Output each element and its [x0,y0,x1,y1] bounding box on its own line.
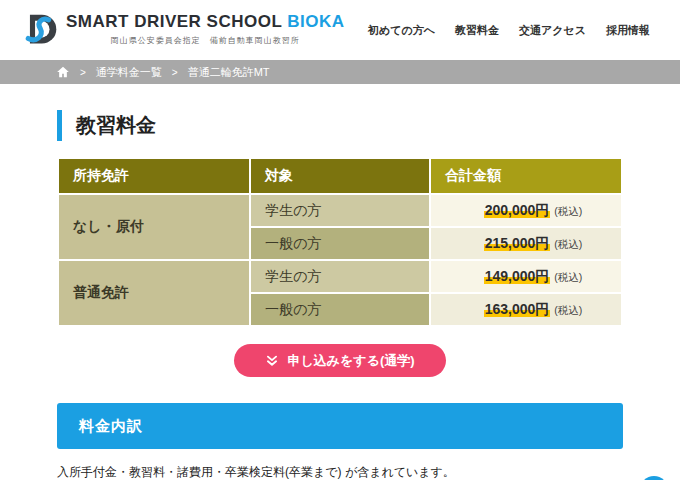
price-cell: 163,000円(税込) [431,294,621,325]
table-row: なし・原付 学生の方 200,000円(税込) [59,195,621,226]
price-value: 200,000円 [484,202,551,218]
breakdown-banner: 料金内訳 [57,403,623,449]
apply-button-wrap: 申し込みをする(通学) [57,344,623,377]
breakdown-title: 料金内訳 [79,417,143,436]
target-cell: 一般の方 [251,294,429,325]
main-nav: 初めての方へ 教習料金 交通アクセス 採用情報 [368,23,650,38]
table-row: 普通免許 学生の方 149,000円(税込) [59,261,621,292]
breadcrumb-separator: > [172,67,178,78]
breadcrumb-item-current: 普通二輪免許MT [188,65,270,80]
license-cell-regular: 普通免許 [59,261,249,325]
nav-item-pricing[interactable]: 教習料金 [455,23,499,38]
pricing-table: 所持免許 対象 合計金額 なし・原付 学生の方 200,000円(税込) 一般の… [57,157,623,327]
home-icon [56,65,70,79]
logo[interactable]: SMART DRIVER SCHOOL BIOKA 岡山県公安委員会指定 備前自… [24,12,345,48]
license-cell-none-moped: なし・原付 [59,195,249,259]
column-header-target: 対象 [251,159,429,193]
price-value: 215,000円 [484,235,551,251]
logo-title-main: SMART DRIVER SCHOOL [66,12,282,31]
price-value: 149,000円 [484,268,551,284]
logo-text: SMART DRIVER SCHOOL BIOKA 岡山県公安委員会指定 備前自… [66,12,345,46]
logo-title: SMART DRIVER SCHOOL BIOKA [66,12,345,32]
target-cell: 一般の方 [251,228,429,259]
price-cell: 200,000円(税込) [431,195,621,226]
breadcrumb-home-link[interactable] [56,65,70,79]
breakdown-note: 入所手付金・教習料・諸費用・卒業検定料(卒業まで) が含まれています。 [57,464,623,480]
tax-note: (税込) [554,238,582,250]
price-value: 163,000円 [484,301,551,317]
tax-note: (税込) [554,205,582,217]
breadcrumb-item-tsugaku[interactable]: 通学料金一覧 [96,65,162,80]
nav-item-access[interactable]: 交通アクセス [519,23,586,38]
nav-item-recruit[interactable]: 採用情報 [606,23,650,38]
target-cell: 学生の方 [251,261,429,292]
price-cell: 149,000円(税込) [431,261,621,292]
breadcrumb-separator: > [80,67,86,78]
target-cell: 学生の方 [251,195,429,226]
price-cell: 215,000円(税込) [431,228,621,259]
logo-d-icon [24,12,58,48]
breadcrumb: > 通学料金一覧 > 普通二輪免許MT [0,60,680,84]
column-header-total: 合計金額 [431,159,621,193]
page-title: 教習料金 [57,110,623,141]
apply-button[interactable]: 申し込みをする(通学) [234,344,446,377]
main-content: 教習料金 所持免許 対象 合計金額 なし・原付 学生の方 200,000円(税込… [0,84,680,480]
site-header: SMART DRIVER SCHOOL BIOKA 岡山県公安委員会指定 備前自… [0,0,680,60]
column-header-license: 所持免許 [59,159,249,193]
chevron-double-down-icon [265,354,279,368]
tax-note: (税込) [554,271,582,283]
logo-title-accent: BIOKA [287,12,344,31]
logo-subtitle: 岡山県公安委員会指定 備前自動車岡山教習所 [66,35,345,46]
table-header-row: 所持免許 対象 合計金額 [59,159,621,193]
apply-button-label: 申し込みをする(通学) [287,352,414,370]
nav-item-first-time[interactable]: 初めての方へ [368,23,435,38]
tax-note: (税込) [554,304,582,316]
